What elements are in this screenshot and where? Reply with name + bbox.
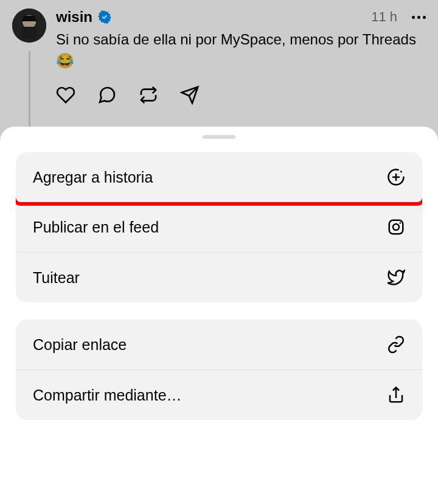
sheet-handle[interactable] [203,135,235,139]
svg-rect-5 [389,220,403,234]
share-icon [387,386,405,404]
svg-point-7 [400,222,401,224]
copy-link-label: Copiar enlace [33,336,127,354]
svg-point-6 [393,224,399,230]
sheet-group-share: Agregar a historia Publicar en el feed T… [16,152,422,303]
share-via-item[interactable]: Compartir mediante… [16,369,422,420]
twitter-icon [387,268,405,287]
story-add-icon [387,168,405,186]
publish-feed-item[interactable]: Publicar en el feed [16,202,422,252]
link-icon [387,335,405,354]
instagram-icon [387,218,405,236]
copy-link-item[interactable]: Copiar enlace [16,320,422,369]
tweet-item[interactable]: Tuitear [16,252,422,303]
tweet-label: Tuitear [33,269,80,287]
share-sheet: Agregar a historia Publicar en el feed T… [0,127,438,504]
publish-feed-label: Publicar en el feed [33,219,159,236]
add-to-story-label: Agregar a historia [33,169,153,186]
add-to-story-item[interactable]: Agregar a historia [16,152,422,202]
sheet-group-actions: Copiar enlace Compartir mediante… [16,320,422,420]
share-via-label: Compartir mediante… [33,387,182,404]
